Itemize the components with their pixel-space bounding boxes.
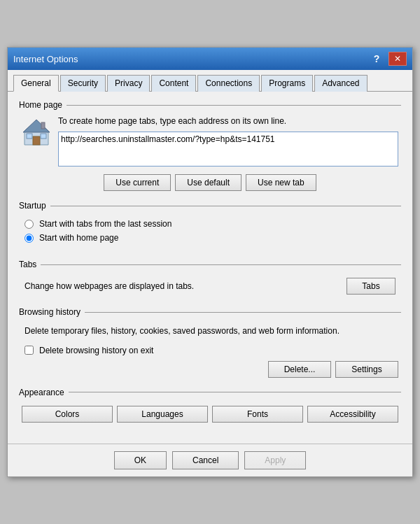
- section-title-tabs: Tabs: [19, 260, 41, 269]
- tab-connections[interactable]: Connections: [197, 75, 260, 92]
- svg-rect-4: [41, 134, 46, 139]
- section-title-browsing-history: Browsing history: [19, 307, 85, 317]
- bottom-bar: OK Cancel Apply: [8, 444, 412, 476]
- title-bar-right: ? ✕: [368, 52, 407, 66]
- section-home-page: Home page: [19, 100, 401, 191]
- section-divider-home-page: [66, 105, 401, 106]
- startup-label-home-page: Start with home page: [39, 233, 118, 243]
- tab-privacy[interactable]: Privacy: [107, 75, 150, 92]
- section-header-browsing-history: Browsing history: [19, 307, 401, 317]
- section-appearance: Appearance Colors Languages Fonts Access…: [19, 388, 401, 425]
- section-header-home-page: Home page: [19, 100, 401, 110]
- languages-button[interactable]: Languages: [117, 406, 208, 423]
- help-button[interactable]: ?: [368, 52, 386, 66]
- window-title: Internet Options: [13, 54, 78, 64]
- delete-on-exit-checkbox[interactable]: [24, 346, 34, 355]
- apply-button[interactable]: Apply: [244, 451, 306, 469]
- section-header-startup: Startup: [19, 201, 401, 211]
- section-header-appearance: Appearance: [19, 388, 401, 397]
- use-new-tab-button[interactable]: Use new tab: [246, 174, 316, 191]
- section-startup: Startup Start with tabs from the last se…: [19, 201, 401, 250]
- svg-rect-5: [41, 122, 45, 129]
- home-page-buttons: Use current Use default Use new tab: [19, 174, 401, 191]
- section-divider-startup: [50, 206, 401, 206]
- appearance-buttons: Colors Languages Fonts Accessibility: [19, 403, 401, 425]
- section-title-home-page: Home page: [19, 100, 66, 110]
- home-page-content: To create home page tabs, type each addr…: [19, 115, 401, 169]
- svg-marker-1: [23, 120, 50, 132]
- internet-options-window: Internet Options ? ✕ General Security Pr…: [7, 47, 413, 477]
- content-area: Home page: [8, 92, 412, 444]
- delete-on-exit-label: Delete browsing history on exit: [39, 346, 153, 355]
- section-tabs: Tabs Change how webpages are displayed i…: [19, 260, 401, 297]
- section-browsing-history: Browsing history Delete temporary files,…: [19, 307, 401, 378]
- use-current-button[interactable]: Use current: [104, 174, 171, 191]
- section-title-startup: Startup: [19, 201, 50, 211]
- use-default-button[interactable]: Use default: [175, 174, 241, 191]
- colors-button[interactable]: Colors: [22, 406, 113, 423]
- browsing-history-description: Delete temporary files, history, cookies…: [19, 323, 401, 340]
- accessibility-button[interactable]: Accessibility: [307, 406, 398, 423]
- startup-radio-last-session[interactable]: [24, 220, 34, 229]
- svg-rect-3: [27, 134, 32, 139]
- tab-advanced[interactable]: Advanced: [314, 75, 367, 92]
- close-button[interactable]: ✕: [388, 52, 407, 66]
- startup-radio-home-page[interactable]: [24, 234, 34, 243]
- section-title-appearance: Appearance: [19, 388, 69, 397]
- section-header-tabs: Tabs: [19, 260, 401, 269]
- tab-security[interactable]: Security: [60, 75, 106, 92]
- home-page-url-input[interactable]: http://searches.uninstallmaster.com/?typ…: [58, 132, 398, 167]
- tab-general[interactable]: General: [13, 75, 59, 92]
- fonts-button[interactable]: Fonts: [212, 406, 303, 423]
- tab-programs[interactable]: Programs: [261, 75, 313, 92]
- tabs-description: Change how webpages are displayed in tab…: [24, 281, 194, 291]
- home-page-description: To create home page tabs, type each addr…: [58, 115, 398, 127]
- tabs-section-content: Change how webpages are displayed in tab…: [19, 275, 401, 297]
- browsing-history-buttons: Delete... Settings: [19, 361, 401, 378]
- title-bar-left: Internet Options: [13, 54, 78, 64]
- startup-option-last-session[interactable]: Start with tabs from the last session: [24, 219, 396, 229]
- section-divider-tabs: [41, 264, 401, 265]
- ok-button[interactable]: OK: [114, 451, 167, 469]
- cancel-button[interactable]: Cancel: [172, 451, 239, 469]
- svg-rect-2: [33, 136, 40, 145]
- tab-content-general: Home page: [8, 92, 412, 444]
- tab-content[interactable]: Content: [151, 75, 196, 92]
- delete-button[interactable]: Delete...: [268, 361, 331, 378]
- section-divider-browsing-history: [85, 312, 401, 313]
- tab-bar: General Security Privacy Content Connect…: [8, 70, 412, 92]
- startup-label-last-session: Start with tabs from the last session: [39, 219, 172, 229]
- section-divider-appearance: [69, 392, 401, 392]
- title-bar: Internet Options ? ✕: [8, 48, 412, 70]
- startup-option-home-page[interactable]: Start with home page: [24, 233, 396, 243]
- tabs-button[interactable]: Tabs: [346, 278, 396, 295]
- settings-button[interactable]: Settings: [335, 361, 398, 378]
- home-page-right: To create home page tabs, type each addr…: [58, 115, 398, 169]
- home-icon: [22, 118, 51, 148]
- startup-options: Start with tabs from the last session St…: [19, 216, 401, 250]
- delete-on-exit-row: Delete browsing history on exit: [19, 346, 401, 355]
